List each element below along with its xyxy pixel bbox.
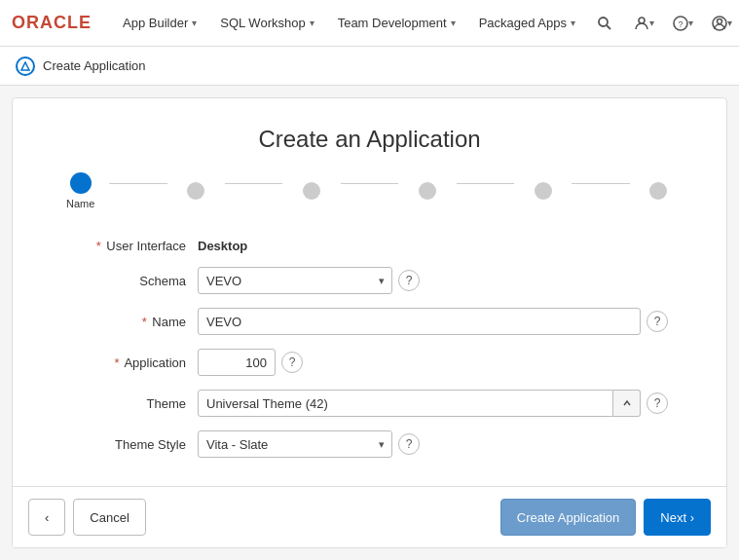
nav-item-packaged-apps[interactable]: Packaged Apps ▾ <box>467 0 587 47</box>
wizard-steps: Name <box>13 172 726 229</box>
chevron-down-icon: ▾ <box>571 18 575 28</box>
back-button[interactable]: ‹ <box>28 499 65 536</box>
required-marker: * <box>96 239 101 253</box>
oracle-logo: ORACLE <box>12 13 92 33</box>
step-dot-5 <box>535 182 552 200</box>
wizard-step-4 <box>398 182 456 200</box>
theme-label: Theme <box>71 396 198 411</box>
name-row: * Name ? <box>71 308 668 335</box>
footer-right: Create Application Next › <box>500 499 711 536</box>
application-row: * Application ? <box>71 349 668 376</box>
wizard-connector-1 <box>109 183 166 184</box>
name-label: * Name <box>71 315 198 329</box>
nav-right: ▾ ? ▾ ▾ <box>587 6 739 41</box>
theme-toggle-button[interactable] <box>613 390 641 417</box>
wizard-connector-2 <box>225 183 282 184</box>
chevron-down-icon: ▾ <box>688 18 693 28</box>
application-help-icon[interactable]: ? <box>281 352 303 373</box>
step-dot-4 <box>419 182 436 200</box>
theme-row: Theme ? <box>71 390 668 417</box>
svg-marker-7 <box>21 62 29 70</box>
theme-input[interactable] <box>198 390 613 417</box>
nav-item-team-development[interactable]: Team Development ▾ <box>326 0 467 47</box>
footer-left: ‹ Cancel <box>28 499 146 536</box>
schema-select[interactable]: VEVO <box>198 267 392 294</box>
application-label: * Application <box>71 355 198 370</box>
step-dot-6 <box>649 182 667 200</box>
svg-text:?: ? <box>678 19 683 29</box>
theme-style-label: Theme Style <box>71 437 198 452</box>
nav-item-app-builder[interactable]: App Builder ▾ <box>111 0 208 47</box>
chevron-left-icon: ‹ <box>45 510 49 525</box>
user-interface-row: * User Interface Desktop <box>71 239 668 253</box>
theme-style-row: Theme Style Vita - Slate ▾ ? <box>71 430 668 458</box>
top-navigation: ORACLE App Builder ▾ SQL Workshop ▾ Team… <box>0 0 739 47</box>
user-interface-label: * User Interface <box>71 239 198 253</box>
create-application-button[interactable]: Create Application <box>500 499 637 536</box>
chevron-down-icon: ▾ <box>727 18 732 28</box>
wizard-connector-4 <box>457 183 514 184</box>
wizard-step-2 <box>167 182 225 200</box>
svg-point-2 <box>639 18 645 23</box>
required-marker: * <box>142 315 147 329</box>
wizard-connector-5 <box>572 183 629 184</box>
nav-item-sql-workshop[interactable]: SQL Workshop ▾ <box>208 0 325 47</box>
chevron-down-icon: ▾ <box>192 18 197 28</box>
wizard-step-name: Name <box>52 172 109 209</box>
svg-point-0 <box>599 18 608 26</box>
wizard-connector-3 <box>341 183 398 184</box>
theme-style-select-wrapper: Vita - Slate ▾ <box>198 430 392 458</box>
wizard-step-3 <box>282 182 340 200</box>
theme-wrapper <box>198 390 641 417</box>
step-dot-3 <box>303 182 320 200</box>
help-button[interactable]: ? ▾ <box>665 6 700 41</box>
schema-select-wrapper: VEVO ▾ <box>198 267 392 294</box>
step-dot-2 <box>187 182 204 200</box>
breadcrumb-label: Create Application <box>43 58 146 73</box>
chevron-down-icon: ▾ <box>451 18 456 28</box>
wizard-step-5 <box>514 182 572 200</box>
name-input[interactable] <box>198 308 641 335</box>
oracle-logo-text: ORACLE <box>12 13 92 33</box>
schema-label: Schema <box>71 274 198 288</box>
svg-line-1 <box>607 25 610 29</box>
chevron-down-icon: ▾ <box>649 18 654 28</box>
schema-row: Schema VEVO ▾ ? <box>71 267 668 294</box>
theme-style-select[interactable]: Vita - Slate <box>198 430 392 458</box>
next-button[interactable]: Next › <box>644 499 711 536</box>
form-area: * User Interface Desktop Schema VEVO ▾ ?… <box>13 229 726 486</box>
chevron-down-icon: ▾ <box>310 18 314 28</box>
cancel-button[interactable]: Cancel <box>73 499 145 536</box>
svg-point-6 <box>717 19 721 23</box>
search-button[interactable] <box>587 6 622 41</box>
nav-items: App Builder ▾ SQL Workshop ▾ Team Develo… <box>111 0 587 47</box>
footer: ‹ Cancel Create Application Next › <box>13 486 726 547</box>
theme-style-help-icon[interactable]: ? <box>398 433 420 455</box>
user-menu-button[interactable]: ▾ <box>626 6 661 41</box>
user-interface-value: Desktop <box>198 239 247 253</box>
step-label-name: Name <box>66 198 94 209</box>
application-input[interactable] <box>198 349 276 376</box>
step-dot-active <box>70 172 92 194</box>
wizard-step-6 <box>630 182 687 200</box>
breadcrumb-bar: Create Application <box>0 47 739 86</box>
required-marker: * <box>114 355 119 370</box>
theme-help-icon[interactable]: ? <box>647 392 668 414</box>
name-help-icon[interactable]: ? <box>647 311 668 332</box>
main-content: Create an Application Name <box>12 97 727 548</box>
schema-help-icon[interactable]: ? <box>398 270 420 291</box>
account-button[interactable]: ▾ <box>704 6 739 41</box>
page-title: Create an Application <box>13 98 726 172</box>
breadcrumb-icon <box>16 56 35 76</box>
